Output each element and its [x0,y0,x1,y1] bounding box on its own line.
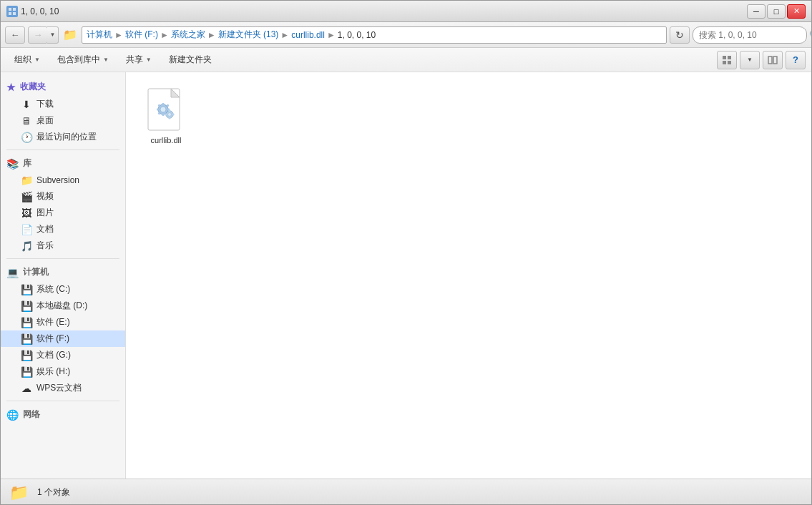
drive-d-icon: 💾 [21,300,32,312]
subversion-icon: 📁 [21,175,32,186]
new-folder-button[interactable]: 新建文件夹 [161,51,220,69]
status-count: 1 个对象 [37,486,70,499]
network-header[interactable]: 🌐 网络 [1,406,125,423]
sidebar-item-f[interactable]: 💾 软件 (F:) [1,330,125,347]
sep2: ► [160,30,169,40]
sidebar-item-documents[interactable]: 📄 文档 [1,221,125,237]
search-icon: 🔍 [809,30,812,40]
divider2 [6,258,119,259]
network-section: 🌐 网络 [1,406,125,423]
title-bar-left: 1, 0, 0, 10 [6,6,59,17]
desktop-icon: 🖥 [21,115,32,127]
music-icon: 🎵 [21,240,32,252]
breadcrumb-folder1[interactable]: 系统之家 [171,29,205,41]
search-bar[interactable]: 🔍 [693,26,807,44]
breadcrumb-bar: 计算机 ► 软件 (F:) ► 系统之家 ► 新建文件夹 (13) ► curl… [82,26,667,44]
drive-f-icon: 💾 [21,333,32,345]
svg-rect-25 [169,109,171,112]
svg-rect-8 [768,57,772,64]
toolbar-right: ▼ ? [717,51,806,69]
svg-rect-15 [162,103,165,106]
recent-icon: 🕐 [21,132,32,143]
svg-rect-7 [728,61,731,64]
sidebar-item-c[interactable]: 💾 系统 (C:) [1,281,125,298]
view-button[interactable] [717,51,737,69]
sidebar-item-h[interactable]: 💾 娱乐 (H:) [1,363,125,380]
minimize-button[interactable]: ─ [747,4,765,19]
svg-point-24 [168,112,172,116]
video-icon: 🎬 [21,191,32,202]
folder-address-icon: 📁 [62,26,79,44]
svg-rect-27 [165,113,167,115]
sidebar-item-desktop[interactable]: 🖥 桌面 [1,112,125,129]
sidebar-item-e[interactable]: 💾 软件 (E:) [1,314,125,330]
share-button[interactable]: 共享 ▼ [118,51,160,69]
back-button[interactable]: ← [5,26,25,44]
svg-rect-28 [172,113,175,115]
svg-rect-16 [162,113,165,116]
window-icon [6,6,18,17]
sidebar-item-music[interactable]: 🎵 音乐 [1,237,125,254]
maximize-button[interactable]: □ [767,4,786,19]
view-dropdown[interactable]: ▼ [740,51,760,69]
content-area: curllib.dll [126,72,811,479]
help-button[interactable]: ? [786,51,806,69]
breadcrumb-folder2[interactable]: 新建文件夹 (13) [218,29,279,41]
breadcrumb-computer[interactable]: 计算机 [87,29,112,41]
sidebar-item-video[interactable]: 🎬 视频 [1,188,125,205]
toolbar: 组织 ▼ 包含到库中 ▼ 共享 ▼ 新建文件夹 ▼ ? [1,48,811,72]
window-controls: ─ □ ✕ [747,4,806,19]
network-icon: 🌐 [6,409,19,421]
forward-button[interactable]: → [28,26,48,44]
computer-section: 💻 计算机 💾 系统 (C:) 💾 本地磁盘 (D:) 💾 软件 (E:) 💾 … [1,263,125,396]
svg-rect-17 [157,108,160,110]
sep5: ► [327,30,336,40]
status-folder-icon: 📁 [9,484,29,502]
sidebar-item-subversion[interactable]: 📁 Subversion [1,172,125,188]
title-bar: 1, 0, 0, 10 ─ □ ✕ [1,1,811,22]
refresh-button[interactable]: ↻ [670,26,690,44]
svg-rect-5 [728,56,731,59]
nav-dropdown[interactable]: ▼ [47,26,59,44]
wps-icon: ☁ [21,383,32,394]
search-input[interactable] [699,30,806,40]
sidebar-item-download[interactable]: ⬇ 下载 [1,96,125,112]
favorites-section: ★ 收藏夹 ⬇ 下载 🖥 桌面 🕐 最近访问的位置 [1,78,125,145]
sep4: ► [280,30,289,40]
file-item-dll[interactable]: curllib.dll [137,84,195,147]
svg-rect-1 [13,8,16,11]
breadcrumb-file[interactable]: curllib.dll [291,30,325,40]
svg-rect-6 [723,61,726,64]
computer-icon: 💻 [6,267,19,278]
favorites-header[interactable]: ★ 收藏夹 [1,78,125,96]
svg-rect-3 [13,12,16,15]
breadcrumb-drive[interactable]: 软件 (F:) [125,29,158,41]
library-arrow: ▼ [103,57,109,63]
sidebar-item-recent[interactable]: 🕐 最近访问的位置 [1,129,125,145]
download-icon: ⬇ [21,99,32,110]
sep1: ► [114,30,123,40]
title-text: 1, 0, 0, 10 [21,6,59,16]
include-library-button[interactable]: 包含到库中 ▼ [49,51,117,69]
svg-point-14 [160,107,166,112]
sidebar-item-d[interactable]: 💾 本地磁盘 (D:) [1,298,125,314]
library-section: 📚 库 📁 Subversion 🎬 视频 🖼 图片 📄 文档 🎵 音乐 [1,155,125,254]
documents-icon: 📄 [21,224,32,235]
pictures-icon: 🖼 [21,207,32,219]
pane-button[interactable] [763,51,783,69]
organize-button[interactable]: 组织 ▼ [6,51,48,69]
breadcrumb-current: 1, 0, 0, 10 [338,30,376,40]
sidebar-item-wps[interactable]: ☁ WPS云文档 [1,380,125,396]
drive-c-icon: 💾 [21,284,32,295]
close-button[interactable]: ✕ [787,4,806,19]
computer-header[interactable]: 💻 计算机 [1,263,125,281]
sidebar-item-pictures[interactable]: 🖼 图片 [1,205,125,221]
file-label: curllib.dll [151,136,182,144]
sidebar-item-g[interactable]: 💾 文档 (G:) [1,347,125,363]
library-header[interactable]: 📚 库 [1,155,125,172]
drive-g-icon: 💾 [21,350,32,361]
main-area: ★ 收藏夹 ⬇ 下载 🖥 桌面 🕐 最近访问的位置 📚 库 [1,72,811,479]
address-bar: ← → ▼ 📁 计算机 ► 软件 (F:) ► 系统之家 ► 新建文件夹 (13… [1,22,811,48]
svg-rect-4 [723,56,726,59]
svg-rect-0 [9,8,11,11]
